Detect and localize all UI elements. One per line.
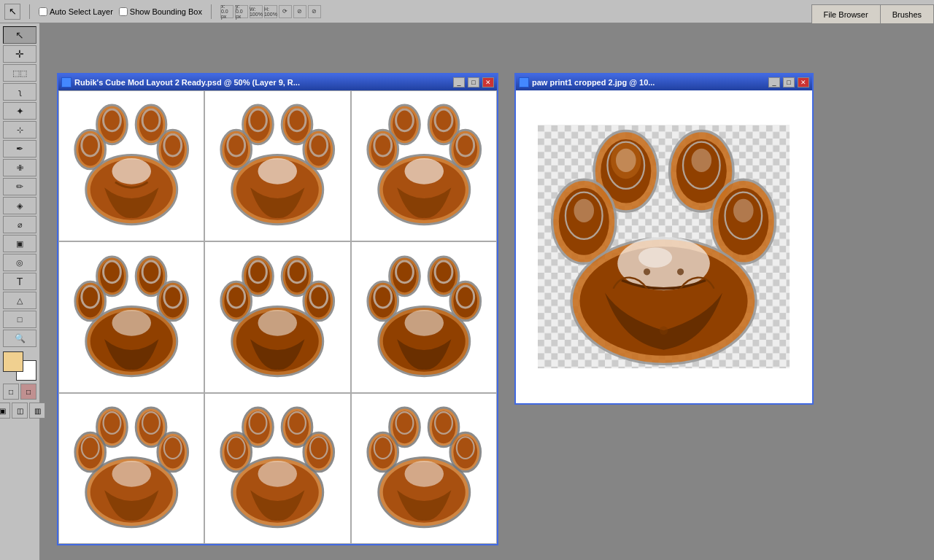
maximize-btn-2[interactable]: □ (783, 77, 795, 88)
tool-lasso[interactable]: ʅ (3, 83, 36, 101)
color-swatches (3, 351, 36, 381)
paw-cell-7 (58, 393, 204, 544)
tool-path[interactable]: △ (3, 292, 36, 309)
bounding-box-label: Show Bounding Box (130, 7, 202, 16)
tool-zoom[interactable]: 🔍 (3, 330, 36, 347)
tool-dodge[interactable]: ◎ (3, 254, 36, 271)
brushes-button[interactable]: Brushes (880, 4, 934, 23)
auto-select-checkbox[interactable] (39, 7, 47, 16)
transform-skv[interactable]: ⊘ (308, 5, 321, 18)
move-tool-group: ↖ (4, 4, 20, 20)
paw-cell-8 (204, 393, 350, 544)
transform-icons-group: x: 0.0 px y: 0.0 px W: 100% H: 100% ⟳ ⊘ … (220, 5, 321, 18)
screen-mode-3[interactable]: ▥ (29, 402, 45, 419)
svg-point-130 (404, 461, 444, 487)
tool-wand[interactable]: ✦ (3, 102, 36, 120)
paw-cell-3 (351, 90, 497, 241)
svg-point-40 (404, 158, 444, 184)
svg-point-100 (112, 461, 151, 487)
doc-canvas-1 (58, 90, 497, 544)
svg-point-160 (638, 248, 672, 268)
svg-point-162 (677, 268, 684, 275)
svg-point-70 (258, 310, 298, 336)
screen-mode-buttons: ▣ ◫ ▥ (0, 402, 45, 419)
svg-point-85 (404, 310, 444, 336)
bounding-box-checkbox-group: Show Bounding Box (119, 7, 202, 16)
divider2 (211, 4, 212, 19)
large-paw-svg (538, 114, 790, 380)
tool-eraser[interactable]: ⌀ (3, 216, 36, 233)
mask-buttons: □ □ (3, 384, 36, 400)
tool-selection[interactable]: ⬚⬚ (3, 64, 36, 82)
screen-mode-1[interactable]: ▣ (0, 402, 10, 419)
tool-heal[interactable]: ✙ (3, 159, 36, 176)
transform-y[interactable]: y: 0.0 px (235, 5, 248, 18)
move-tool-btn[interactable]: ↖ (4, 4, 20, 20)
tool-text[interactable]: T (3, 273, 36, 290)
document-window-2: paw print1 cropped 2.jpg @ 10... _ □ ✕ (514, 73, 814, 405)
svg-point-147 (692, 149, 712, 172)
svg-point-143 (616, 149, 636, 172)
tool-move[interactable]: ↖ (3, 26, 36, 44)
minimize-btn-2[interactable]: _ (768, 77, 780, 88)
doc-title-2: paw print1 cropped 2.jpg @ 10... (532, 78, 765, 87)
standard-mode[interactable]: □ (3, 384, 19, 400)
close-btn-1[interactable]: ✕ (482, 77, 494, 88)
tool-eyedropper[interactable]: ✒ (3, 140, 36, 158)
tool-move2[interactable]: ✛ (3, 45, 36, 63)
auto-select-checkbox-group: Auto Select Layer (39, 7, 113, 16)
transform-h[interactable]: H: 100% (264, 5, 277, 18)
foreground-color[interactable] (3, 351, 23, 372)
transform-rot[interactable]: ⟳ (279, 5, 292, 18)
doc-icon-1 (61, 77, 72, 88)
svg-point-115 (258, 461, 298, 487)
svg-point-25 (258, 158, 298, 184)
close-btn-2[interactable]: ✕ (798, 77, 809, 88)
tool-shape[interactable]: □ (3, 311, 36, 328)
tool-clone[interactable]: ◈ (3, 197, 36, 214)
minimize-btn-1[interactable]: _ (453, 77, 465, 88)
screen-mode-2[interactable]: ◫ (12, 402, 28, 419)
titlebar-1: Rubik's Cube Mod Layout 2 Ready.psd @ 50… (58, 74, 497, 90)
svg-point-10 (112, 158, 151, 184)
file-browser-button[interactable]: File Browser (811, 4, 880, 23)
transform-w[interactable]: W: 100% (250, 5, 263, 18)
paw-cell-5 (204, 241, 350, 392)
paw-cell-1 (58, 90, 204, 241)
paw-cell-4 (58, 241, 204, 392)
paw-cell-9 (351, 393, 497, 544)
divider1 (29, 4, 30, 19)
svg-point-55 (112, 310, 151, 336)
document-window-1: Rubik's Cube Mod Layout 2 Ready.psd @ 50… (57, 73, 498, 545)
paw-cell-6 (351, 241, 497, 392)
auto-select-label: Auto Select Layer (50, 7, 113, 16)
left-toolbar: ↖ ✛ ⬚⬚ ʅ ✦ ⊹ ✒ ✙ ✏ ◈ ⌀ ▣ ◎ T △ □ 🔍 □ □ ▣… (0, 23, 40, 560)
doc-icon-2 (519, 77, 529, 88)
titlebar-2: paw print1 cropped 2.jpg @ 10... _ □ ✕ (516, 74, 812, 90)
paw-cell-2 (204, 90, 350, 241)
top-toolbar: ↖ Auto Select Layer Show Bounding Box x:… (0, 0, 934, 23)
svg-point-163 (660, 327, 668, 335)
maximize-btn-1[interactable]: □ (468, 77, 479, 88)
doc-title-1: Rubik's Cube Mod Layout 2 Ready.psd @ 50… (74, 78, 450, 87)
tool-gradient[interactable]: ▣ (3, 235, 36, 252)
bounding-box-checkbox[interactable] (119, 7, 128, 16)
transform-skh[interactable]: ⊘ (293, 5, 306, 18)
transform-x[interactable]: x: 0.0 px (220, 5, 234, 18)
top-right-panel: File Browser Brushes (811, 0, 934, 23)
svg-point-151 (574, 199, 595, 222)
tool-brush[interactable]: ✏ (3, 178, 36, 195)
svg-point-155 (733, 199, 754, 222)
quick-mask-mode[interactable]: □ (20, 384, 36, 400)
tool-crop[interactable]: ⊹ (3, 121, 36, 139)
doc-canvas-2 (516, 90, 812, 403)
svg-point-161 (644, 268, 650, 275)
